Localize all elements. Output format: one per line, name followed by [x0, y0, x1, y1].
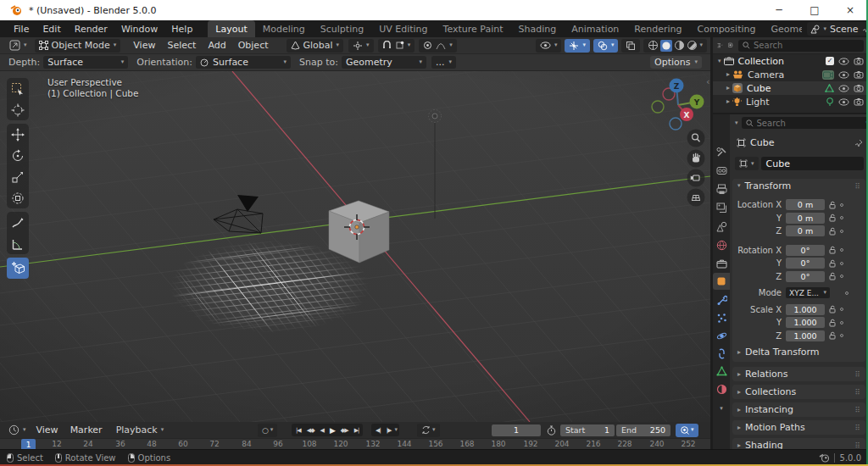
- camera-data-icon[interactable]: [823, 71, 833, 79]
- frame-start-field[interactable]: Start 1: [560, 424, 615, 436]
- transform-panel-header[interactable]: ▾ Transform ⠿: [732, 179, 865, 193]
- expand-icon[interactable]: ▸: [726, 98, 730, 105]
- display-mode-icon[interactable]: [728, 41, 734, 50]
- breadcrumb-object[interactable]: Cube: [750, 137, 774, 148]
- hide-eye-icon[interactable]: [838, 98, 849, 106]
- viewport-menu-add[interactable]: Add: [202, 40, 231, 51]
- overlays-toggle[interactable]: ▾: [593, 39, 619, 53]
- hide-eye-icon[interactable]: [838, 71, 849, 79]
- outliner-row-collection[interactable]: ▾ Collection ✓: [713, 54, 868, 68]
- tab-collection[interactable]: [713, 255, 730, 272]
- lock-icon[interactable]: [829, 319, 836, 327]
- menu-edit[interactable]: Edit: [36, 20, 67, 37]
- tab-texture-paint[interactable]: Texture Paint: [436, 20, 511, 37]
- lock-icon[interactable]: [829, 227, 836, 236]
- drag-handle-icon[interactable]: ⠿: [854, 388, 860, 397]
- viewport-menu-select[interactable]: Select: [161, 40, 202, 51]
- tab-compositing[interactable]: Compositing: [690, 20, 764, 37]
- outliner-search-input[interactable]: [754, 41, 860, 50]
- minimize-button[interactable]: ─: [761, 0, 797, 20]
- lock-icon[interactable]: [829, 201, 836, 209]
- snap-to-select[interactable]: Geometry ▾: [342, 56, 426, 69]
- timeline-menu-playback[interactable]: Playback ▾: [112, 424, 169, 437]
- prev-keyframe-button[interactable]: ◀◆: [304, 427, 317, 434]
- delta-transform-header[interactable]: ▸ Delta Transform: [732, 345, 865, 359]
- tab-geometry-nodes[interactable]: Geometry N: [763, 20, 802, 37]
- tab-physics[interactable]: [713, 327, 730, 344]
- animate-dot[interactable]: [840, 275, 843, 278]
- hide-eye-icon[interactable]: [838, 85, 849, 92]
- location-z-field[interactable]: 0 m: [786, 225, 825, 236]
- object-name-field[interactable]: Cube: [761, 157, 864, 170]
- close-button[interactable]: ×: [832, 0, 868, 20]
- prev-frame-button[interactable]: ◀|: [373, 427, 383, 434]
- rotation-mode-select[interactable]: XYZ E...▾: [786, 287, 830, 298]
- tab-world[interactable]: [713, 236, 730, 253]
- outliner-row-light[interactable]: ▸ Light: [713, 95, 868, 108]
- mode-selector[interactable]: Object Mode ▾: [35, 39, 121, 53]
- axis-neg-y-ball[interactable]: [652, 101, 664, 113]
- tab-uv-editing[interactable]: UV Editing: [371, 20, 435, 37]
- tab-output[interactable]: [713, 180, 730, 197]
- jump-to-start-button[interactable]: |◀: [293, 427, 303, 434]
- tab-sculpting[interactable]: Sculpting: [313, 20, 371, 37]
- next-frame-button[interactable]: |▶: [384, 427, 394, 434]
- instancing-panel[interactable]: ▸Instancing⠿: [732, 402, 865, 417]
- xray-toggle[interactable]: [621, 39, 640, 53]
- location-x-field[interactable]: 0 m: [786, 199, 825, 210]
- menu-help[interactable]: Help: [164, 20, 199, 37]
- scene-selector[interactable]: ▾ Scene ×: [807, 22, 868, 36]
- gizmos-toggle[interactable]: ▾: [565, 39, 590, 53]
- lock-icon[interactable]: [829, 259, 836, 268]
- tab-shading[interactable]: Shading: [511, 20, 565, 37]
- render-visibility-icon[interactable]: [854, 70, 864, 79]
- pivot-point-selector[interactable]: ▾: [348, 39, 374, 53]
- tab-material[interactable]: [713, 380, 730, 397]
- animate-dot[interactable]: [840, 216, 843, 219]
- shading-panel[interactable]: ▸Shading⠿: [732, 438, 865, 449]
- playback-sync-control[interactable]: ▾: [417, 424, 440, 437]
- animate-dot[interactable]: [840, 334, 843, 337]
- tab-object-data[interactable]: [713, 363, 730, 380]
- nav-gizmo[interactable]: Z Y X: [652, 79, 704, 130]
- hide-eye-icon[interactable]: [838, 58, 849, 65]
- drag-handle-icon[interactable]: ⠿: [854, 406, 860, 414]
- maximize-button[interactable]: □: [797, 0, 832, 20]
- rotation-z-field[interactable]: 0°: [786, 271, 825, 282]
- tool-add-cube[interactable]: [7, 258, 29, 279]
- filter-icon[interactable]: [717, 41, 723, 50]
- tab-animation[interactable]: Animation: [564, 20, 626, 37]
- outliner-row-camera[interactable]: ▸ Camera: [713, 68, 868, 81]
- shading-rendered-icon[interactable]: [687, 40, 698, 51]
- tool-measure[interactable]: [7, 233, 29, 254]
- tab-modeling[interactable]: Modeling: [255, 20, 313, 37]
- outliner-row-cube[interactable]: ▸ Cube: [713, 81, 868, 95]
- object-id-selector[interactable]: ▾: [735, 157, 759, 170]
- light-object[interactable]: [429, 110, 442, 219]
- auto-keying-toggle[interactable]: ○ ▾: [258, 424, 277, 437]
- mesh-data-icon[interactable]: [825, 84, 834, 92]
- tab-modifiers[interactable]: [713, 291, 730, 308]
- rotation-x-field[interactable]: 0°: [786, 245, 825, 256]
- drag-handle-icon[interactable]: ⠿: [854, 441, 860, 450]
- tool-move[interactable]: [7, 124, 29, 145]
- play-reverse-button[interactable]: ◀: [318, 427, 326, 434]
- relations-panel[interactable]: ▸Relations⠿: [732, 367, 865, 381]
- next-keyframe-button[interactable]: ◆▶: [338, 427, 351, 434]
- tool-transform[interactable]: [7, 187, 29, 208]
- collections-panel[interactable]: ▸Collections⠿: [732, 385, 865, 399]
- render-visibility-icon[interactable]: [854, 57, 864, 65]
- scale-y-field[interactable]: 1.000: [786, 317, 825, 328]
- current-frame-field[interactable]: 1: [492, 424, 541, 436]
- sidebar-collapse-icon[interactable]: ‹: [706, 76, 709, 87]
- axis-neg-z-ball[interactable]: [670, 118, 682, 130]
- menu-file[interactable]: File: [7, 20, 36, 37]
- animate-dot[interactable]: [840, 203, 843, 207]
- menu-render[interactable]: Render: [68, 20, 114, 37]
- timeline-ruler[interactable]: 1 12 24 36 48 60 72 84 96 108 120 132 14…: [0, 438, 710, 449]
- pin-icon[interactable]: [854, 139, 863, 147]
- light-data-icon[interactable]: [826, 97, 834, 107]
- outliner-search[interactable]: [738, 40, 864, 52]
- motion-paths-panel[interactable]: ▸Motion Paths⠿: [732, 420, 865, 435]
- animate-dot[interactable]: [840, 248, 843, 252]
